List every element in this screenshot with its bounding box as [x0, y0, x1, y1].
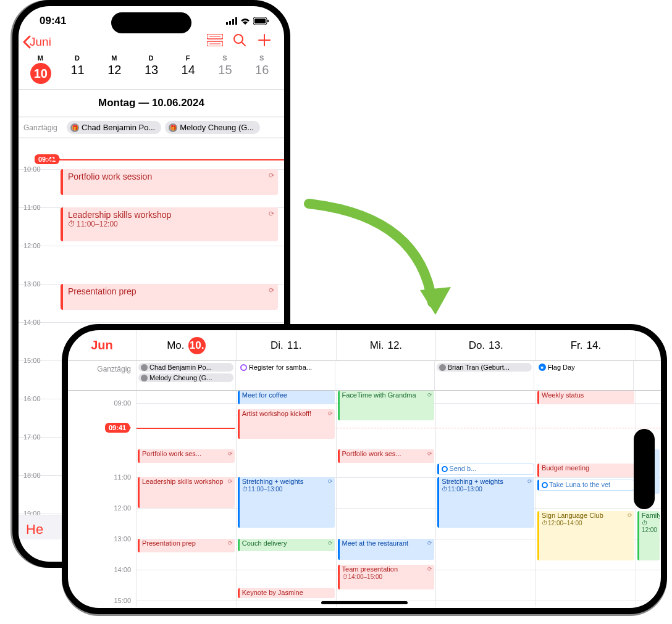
day-button[interactable]: 14: [170, 63, 207, 84]
dynamic-island: [111, 12, 191, 33]
event-block-tentative[interactable]: Send b...: [437, 464, 534, 475]
svg-rect-2: [232, 19, 234, 25]
day-button[interactable]: 15: [207, 63, 244, 84]
allday-event[interactable]: Brian Tran (Geburt...: [437, 363, 532, 372]
repeat-icon: ⟳: [328, 478, 333, 485]
svg-line-12: [242, 42, 245, 46]
week-grid[interactable]: 09:00 09:41 11:00 12:00 13:00 14:00 15:0…: [68, 391, 661, 607]
event-block[interactable]: Presentation prep⟳: [138, 539, 235, 552]
repeat-icon: ⟳: [427, 540, 432, 546]
repeat-icon: ⟳: [228, 451, 233, 457]
allday-row-landscape: Ganztägig Chad Benjamin Po... Melody Che…: [68, 361, 661, 391]
home-indicator[interactable]: [321, 601, 408, 604]
star-icon: ★: [539, 364, 546, 371]
event-block[interactable]: Family⏱12:00: [637, 511, 660, 560]
hour-label: 10:00: [23, 165, 41, 173]
event-block[interactable]: Sign Language Club⏱12:00–14:00⟳: [537, 511, 634, 560]
event-block[interactable]: Weekly status: [537, 391, 634, 404]
event-block[interactable]: Portfolio work session ⟳: [61, 169, 278, 195]
ring-icon: [240, 364, 247, 371]
back-button[interactable]: Juni: [22, 35, 51, 49]
weekday-label: M: [96, 54, 133, 62]
event-block[interactable]: Budget meeting: [537, 464, 634, 477]
repeat-icon: ⟳: [328, 410, 333, 417]
event-block[interactable]: FaceTime with Grandma⟳: [338, 391, 435, 420]
add-event-button[interactable]: [252, 33, 277, 51]
clock-icon: ⏱: [642, 520, 648, 526]
day-button[interactable]: 13: [133, 63, 170, 84]
day-header[interactable]: Mi.12.: [336, 330, 436, 360]
repeat-icon: ⟳: [527, 478, 532, 485]
event-block[interactable]: Portfolio work ses...⟳: [338, 449, 435, 463]
month-short[interactable]: Jun: [68, 330, 136, 360]
repeat-icon: ⟳: [269, 286, 274, 294]
event-block[interactable]: Portfolio work ses...⟳: [138, 449, 235, 463]
allday-event[interactable]: 🎁Melody Cheung (G...: [165, 121, 260, 134]
allday-cell: Chad Benjamin Po... Melody Cheung (G...: [136, 361, 235, 390]
day-button[interactable]: 10: [22, 63, 59, 84]
event-block[interactable]: Meet for coffee: [238, 391, 335, 404]
hour-label: 16:00: [23, 395, 41, 402]
repeat-icon: ⟳: [228, 540, 233, 546]
event-block[interactable]: Meet at the restaurant⟳: [338, 539, 435, 560]
svg-rect-5: [254, 19, 266, 23]
event-block[interactable]: Leadership skills workshop⟳: [138, 477, 235, 508]
allday-cell: ★Flag Day: [534, 361, 633, 390]
event-block[interactable]: Keynote by Jasmine: [238, 588, 335, 598]
day-header[interactable]: Do.13.: [435, 330, 536, 360]
day-header[interactable]: Mo.10.: [136, 330, 236, 360]
day-header[interactable]: Fr.14.: [536, 330, 636, 360]
allday-label: Ganztägig: [68, 361, 136, 390]
day-column: Meet for coffee Artist workshop kickoff!…: [236, 391, 336, 607]
weekday-label: S: [243, 54, 280, 62]
event-block[interactable]: Stretching + weights⏱11:00–13:00⟳: [238, 477, 335, 528]
hour-label: 11:00: [114, 473, 131, 481]
day-button[interactable]: 16: [243, 63, 280, 84]
event-block[interactable]: Presentation prep ⟳: [61, 284, 278, 310]
search-icon: [233, 33, 246, 47]
event-block[interactable]: Artist workshop kickoff!⟳: [238, 409, 335, 439]
allday-label: Ganztägig: [23, 123, 63, 132]
weekday-label: F: [170, 54, 207, 62]
search-button[interactable]: [227, 33, 252, 51]
day-picker: 10 11 12 13 14 15 16: [19, 62, 284, 89]
list-view-icon: [207, 34, 223, 46]
allday-cell: Register for samba...: [235, 361, 335, 390]
day-button[interactable]: 11: [59, 63, 96, 84]
hour-label: 13:00: [23, 280, 41, 288]
hour-label: 15:00: [114, 597, 131, 604]
hour-label: 15:00: [23, 357, 41, 364]
allday-cell: Brian Tran (Geburt...: [434, 361, 534, 390]
event-block-tentative[interactable]: Take Luna to the vet: [537, 480, 634, 491]
clock-icon: ⏱: [542, 520, 548, 526]
weekday-label: D: [133, 54, 170, 62]
status-icons: [226, 17, 269, 25]
allday-event[interactable]: Melody Cheung (G...: [138, 373, 233, 382]
repeat-icon: ⟳: [427, 566, 432, 572]
allday-event[interactable]: Chad Benjamin Po...: [138, 363, 233, 372]
allday-event[interactable]: ★Flag Day: [536, 363, 631, 372]
day-header[interactable]: Di.11.: [236, 330, 336, 360]
svg-rect-6: [267, 20, 269, 22]
event-block[interactable]: Team presentation⏱14:00–15:00⟳: [338, 565, 435, 589]
iphone-landscape: Jun Mo.10. Di.11. Mi.12. Do.13. Fr.14. G…: [62, 324, 667, 614]
day-column: Send b... Stretching + weights⏱11:00–13:…: [435, 391, 536, 607]
clock-icon: ⏱: [442, 486, 448, 493]
day-header-partial: [636, 330, 661, 360]
allday-event[interactable]: Register for samba...: [238, 363, 333, 372]
list-view-button[interactable]: [203, 34, 227, 50]
day-column: Portfolio work ses...⟳ Leadership skills…: [136, 391, 236, 607]
event-block[interactable]: Stretching + weights⏱11:00–13:00⟳: [437, 477, 534, 528]
weekday-label: M: [22, 54, 59, 62]
back-label: Juni: [30, 35, 51, 49]
repeat-icon: ⟳: [628, 512, 632, 518]
plus-icon: [258, 33, 271, 47]
battery-icon: [253, 17, 269, 25]
hour-label: 11:00: [23, 204, 41, 211]
event-block[interactable]: Couch delivery⟳: [238, 539, 335, 551]
event-block[interactable]: Leadership skills workshop ⏱11:00–12:00 …: [61, 207, 278, 241]
day-column: FaceTime with Grandma⟳ Portfolio work se…: [336, 391, 436, 607]
allday-event[interactable]: 🎁Chad Benjamin Po...: [67, 121, 161, 134]
day-button[interactable]: 12: [96, 63, 133, 84]
hour-label: 13:00: [114, 535, 131, 543]
